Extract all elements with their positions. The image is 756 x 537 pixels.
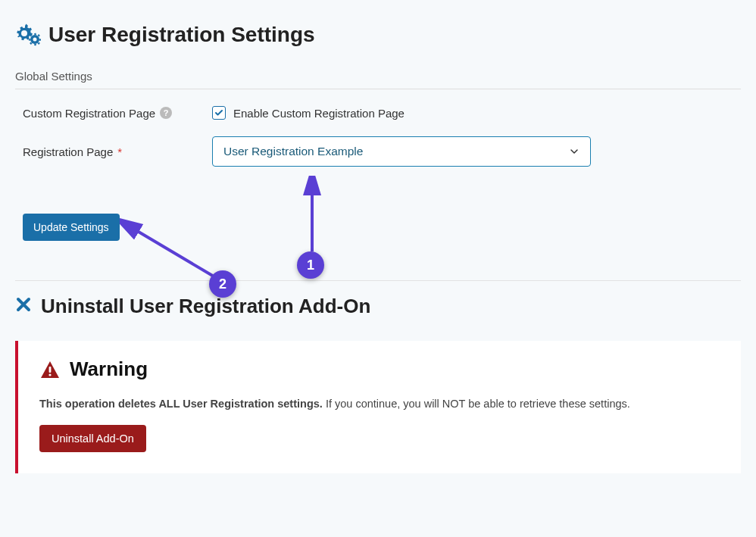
uninstall-addon-button[interactable]: Uninstall Add-On (39, 425, 146, 452)
registration-page-label-cell: Registration Page * (23, 145, 212, 158)
section-divider (15, 280, 741, 281)
page-title-row: User Registration Settings (15, 23, 741, 47)
annotation-callout-2: 2 (209, 270, 236, 298)
required-asterisk: * (117, 145, 122, 158)
annotation-callout-1: 1 (297, 251, 324, 279)
update-settings-button[interactable]: Update Settings (23, 214, 120, 241)
registration-page-selected-value: User Registration Example (223, 145, 363, 158)
warning-triangle-icon (39, 360, 61, 379)
enable-custom-registration-label: Enable Custom Registration Page (233, 107, 405, 120)
chevron-down-icon (569, 146, 579, 157)
gears-icon (15, 23, 41, 46)
close-icon (15, 296, 32, 317)
custom-registration-page-label-cell: Custom Registration Page ? (23, 107, 212, 120)
custom-registration-page-row: Custom Registration Page ? Enable Custom… (23, 106, 741, 120)
warning-box: Warning This operation deletes ALL User … (15, 341, 741, 473)
help-icon[interactable]: ? (160, 107, 172, 119)
warning-bold: This operation deletes ALL User Registra… (39, 398, 323, 410)
page-title: User Registration Settings (48, 23, 315, 47)
uninstall-title: Uninstall User Registration Add-On (41, 295, 370, 318)
uninstall-title-row: Uninstall User Registration Add-On (15, 295, 741, 318)
enable-custom-registration-cell: Enable Custom Registration Page (212, 106, 405, 120)
warning-text: This operation deletes ALL User Registra… (39, 398, 720, 410)
svg-point-1 (33, 38, 37, 42)
warning-heading: Warning (70, 357, 148, 381)
custom-registration-page-label: Custom Registration Page (23, 107, 155, 120)
registration-page-select-wrap: User Registration Example (212, 136, 591, 167)
warning-header: Warning (39, 357, 720, 381)
global-settings-label: Global Settings (15, 70, 741, 89)
svg-rect-2 (49, 367, 52, 373)
warning-rest: If you continue, you will NOT be able to… (323, 398, 630, 410)
registration-page-select[interactable]: User Registration Example (212, 136, 591, 167)
annotation-callout-1-number: 1 (307, 258, 314, 273)
svg-point-3 (48, 373, 51, 376)
annotation-callout-2-number: 2 (219, 276, 226, 292)
enable-custom-registration-checkbox[interactable] (212, 106, 226, 120)
registration-page-label: Registration Page (23, 145, 113, 158)
registration-page-row: Registration Page * User Registration Ex… (23, 136, 741, 167)
settings-block: Custom Registration Page ? Enable Custom… (15, 106, 741, 241)
